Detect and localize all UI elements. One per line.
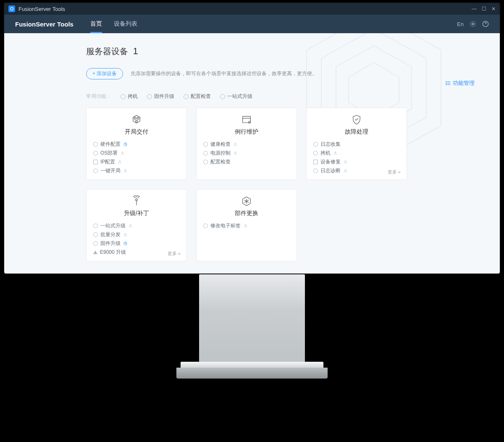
card-item[interactable]: 电源控制	[203, 149, 290, 158]
shortcut-item[interactable]: 配置检查	[184, 93, 211, 100]
add-hint: 先添加需要操作的设备，即可在各个场景中直接选择这些设备，效率更高，更方便。	[131, 70, 317, 77]
svg-point-19	[119, 160, 121, 162]
card-item-label: 修改电子标签	[210, 222, 241, 229]
card-item[interactable]: 一键开局	[93, 166, 180, 175]
maximize-button[interactable]: ☐	[482, 6, 486, 12]
card-item[interactable]: 批量分发	[93, 230, 180, 239]
card-item-label: IP配置	[100, 158, 115, 166]
function-management-label: 功能管理	[453, 79, 475, 87]
card-item-label: OS部署	[100, 150, 118, 157]
card-item-label: 日志收集	[320, 141, 341, 148]
card-title: 升级/补丁	[93, 210, 180, 217]
tab-device-list[interactable]: 设备列表	[114, 20, 137, 28]
card-item[interactable]: 固件升级	[93, 239, 180, 248]
card-item[interactable]: 配置检查	[203, 158, 290, 166]
card-item-label: 硬件配置	[100, 141, 121, 148]
radio-icon	[220, 94, 225, 99]
radio-icon	[203, 151, 208, 155]
card-item[interactable]: OS部署	[93, 149, 180, 158]
radio-icon	[93, 232, 98, 237]
card-item[interactable]: IP配置	[93, 158, 180, 166]
person-icon	[123, 168, 128, 173]
more-link[interactable]: 更多 »	[388, 169, 401, 175]
svg-point-11	[446, 83, 446, 83]
shield-icon	[351, 114, 362, 126]
card-item-label: E9000 升级	[100, 249, 126, 256]
pie-icon	[123, 241, 128, 246]
card-item-label: 配置检查	[210, 158, 231, 166]
svg-point-0	[10, 8, 13, 11]
heading-text: 服务器设备	[86, 47, 128, 56]
card-item[interactable]: 修改电子标签	[203, 221, 290, 230]
card-item[interactable]: 拷机	[313, 149, 400, 158]
card-item[interactable]: 一站式升级	[93, 221, 180, 230]
card-item[interactable]: 日志诊断	[313, 166, 400, 175]
radio-icon	[121, 94, 126, 99]
person-icon	[343, 168, 348, 173]
shortcut-item[interactable]: 固件升级	[147, 93, 174, 100]
antenna-icon	[131, 195, 142, 207]
card-item-label: 拷机	[320, 150, 331, 157]
radio-icon	[313, 142, 318, 147]
person-icon	[333, 151, 338, 155]
card-item-label: 健康检查	[210, 141, 231, 148]
shortcut-item[interactable]: 拷机	[121, 93, 138, 100]
help-icon[interactable]	[482, 21, 489, 27]
radio-icon	[203, 160, 208, 164]
card-title: 开局交付	[93, 128, 180, 136]
close-button[interactable]: ✕	[491, 6, 496, 12]
radio-icon	[203, 224, 208, 228]
minimize-button[interactable]: —	[472, 6, 477, 12]
navbar: FusionServer Tools 首页 设备列表 En	[4, 15, 500, 33]
svg-point-10	[446, 82, 446, 82]
card-item[interactable]: E9000 升级	[93, 248, 180, 257]
svg-point-20	[125, 169, 126, 171]
person-icon	[128, 224, 133, 228]
card-item[interactable]: 日志收集	[313, 140, 400, 149]
tab-home[interactable]: 首页	[90, 20, 102, 28]
hex-icon	[131, 114, 142, 126]
cards-grid: 开局交付硬件配置OS部署IP配置一键开局例行维护健康检查电源控制配置检查故障处理…	[86, 108, 500, 261]
window-icon	[241, 114, 252, 126]
radio-icon	[313, 168, 318, 173]
radio-icon	[93, 224, 98, 228]
card-item-label: 固件升级	[100, 240, 121, 247]
device-count: 1	[133, 46, 138, 56]
square-icon	[93, 160, 98, 164]
card-antenna: 升级/补丁一站式升级批量分发固件升级E9000 升级更多 »	[86, 189, 187, 261]
card-item-label: 一键开局	[100, 167, 121, 174]
svg-point-29	[136, 199, 138, 201]
svg-point-16	[136, 120, 138, 122]
gear-icon[interactable]	[470, 21, 476, 27]
person-icon	[120, 151, 125, 155]
window-title: FusionServer Tools	[18, 6, 65, 12]
svg-point-27	[345, 160, 346, 162]
card-item-label: 设备修复	[320, 158, 341, 166]
shortcuts-row: 常用功能： 拷机 固件升级 配置检查 一站式升级	[86, 93, 500, 100]
card-item[interactable]: 设备修复	[313, 158, 400, 166]
svg-point-18	[122, 152, 123, 153]
more-link[interactable]: 更多 »	[168, 250, 181, 257]
radio-icon	[313, 151, 318, 155]
radio-icon	[93, 241, 98, 246]
card-snow: 部件更换修改电子标签	[196, 189, 297, 261]
monitor-stand	[197, 274, 307, 392]
svg-rect-21	[243, 116, 251, 123]
radio-icon	[93, 168, 98, 173]
function-management-link[interactable]: 功能管理	[445, 79, 475, 87]
radio-icon	[184, 94, 189, 99]
card-item[interactable]: 硬件配置	[93, 140, 180, 149]
svg-point-25	[235, 152, 236, 153]
pie-icon	[123, 142, 128, 147]
card-item-label: 批量分发	[100, 231, 121, 238]
svg-point-1	[472, 23, 474, 25]
person-icon	[243, 224, 248, 228]
add-device-button[interactable]: + 添加设备	[86, 68, 123, 79]
lang-toggle[interactable]: En	[457, 21, 464, 27]
card-item[interactable]: 健康检查	[203, 140, 290, 149]
shortcut-item[interactable]: 一站式升级	[220, 93, 252, 100]
card-item-label: 一站式升级	[100, 222, 126, 229]
svg-point-15	[137, 117, 139, 119]
radio-icon	[203, 142, 208, 147]
app-icon	[8, 5, 15, 12]
